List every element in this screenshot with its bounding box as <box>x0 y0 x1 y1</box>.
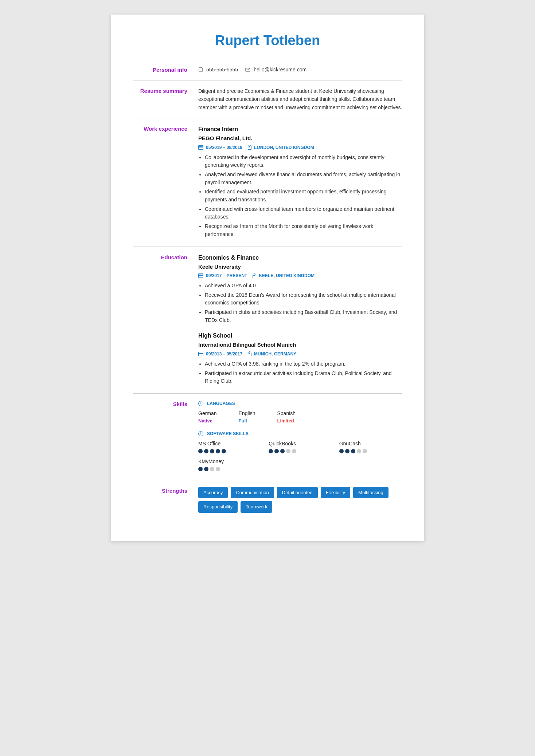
location-icon <box>248 351 251 356</box>
language-item-0: German Native <box>198 410 217 425</box>
phone-icon <box>198 67 203 72</box>
summary-label: Resume summary <box>133 87 198 111</box>
work-entry-0: Finance Intern PEGO Financial, Ltd. 05/2… <box>198 125 402 238</box>
strength-badge-detail-oriented: Detail oriented <box>277 487 318 499</box>
job-title-0: Finance Intern <box>198 125 402 134</box>
edu-entry-0: Economics & Finance Keele University 09/… <box>198 253 402 324</box>
edu-bullets-0: Achieved a GPA of 4.0 Received the 2018 … <box>198 282 402 324</box>
strength-badge-multitasking: Multitasking <box>353 487 388 499</box>
dot <box>198 467 203 471</box>
resume-container: Rupert Totleben Personal info 555-555-55… <box>111 15 424 541</box>
sw-name-3: KMyMoney <box>198 458 261 465</box>
software-item-2: GnuCash <box>339 440 402 453</box>
location-icon <box>253 273 256 278</box>
personal-info-line: 555-555-5555 hello@kickresume.com <box>198 66 402 74</box>
software-title-text: SOFTWARE SKILLS <box>207 430 249 437</box>
calendar-icon <box>198 145 203 150</box>
sw-dots-2 <box>339 449 402 453</box>
sw-name-1: QuickBooks <box>269 440 332 448</box>
edu-entry-1: High School International Bilingual Scho… <box>198 331 402 385</box>
lang-name-1: English <box>239 410 255 417</box>
job-bullet: Identified and evaluated potential inves… <box>205 188 402 204</box>
strengths-row: Accuracy Communication Detail oriented F… <box>198 487 402 513</box>
language-item-1: English Full <box>239 410 255 425</box>
sw-name-0: MS Office <box>198 440 261 448</box>
skills-content: i LANGUAGES German Native English Full S… <box>198 400 402 473</box>
strength-badge-communication: Communication <box>231 487 274 499</box>
software-title: i SOFTWARE SKILLS <box>198 430 402 437</box>
strength-badge-responsibility: Responsibility <box>198 501 238 513</box>
skills-label: Skills <box>133 400 198 473</box>
lang-name-0: German <box>198 410 217 417</box>
resume-name: Rupert Totleben <box>133 33 402 48</box>
phone-number: 555-555-5555 <box>206 66 238 74</box>
dot <box>357 449 361 453</box>
education-content: Economics & Finance Keele University 09/… <box>198 253 402 387</box>
language-item-2: Spanish Limited <box>277 410 296 425</box>
personal-info-label: Personal info <box>133 66 198 74</box>
dot <box>210 449 214 453</box>
job-bullet: Coordinated with cross-functional team m… <box>205 205 402 221</box>
strength-badge-accuracy: Accuracy <box>198 487 228 499</box>
dot <box>274 449 279 453</box>
job-company-0: PEGO Financial, Ltd. <box>198 134 402 143</box>
edu-bullets-1: Achieved a GPA of 3.98, ranking in the t… <box>198 360 402 385</box>
edu-location-1: MUNICH, GERMANY <box>248 351 296 357</box>
personal-info-section: Personal info 555-555-5555 hello@kickres… <box>133 59 402 80</box>
languages-title-text: LANGUAGES <box>207 400 235 407</box>
dot <box>222 449 226 453</box>
education-label: Education <box>133 253 198 387</box>
edu-institution-1: International Bilingual School Munich <box>198 341 402 349</box>
software-item-3: KMyMoney <box>198 458 261 471</box>
summary-content: Diligent and precise Economics & Finance… <box>198 87 402 111</box>
calendar-icon <box>198 273 203 278</box>
dot <box>204 467 208 471</box>
dot <box>216 449 220 453</box>
work-experience-label: Work experience <box>133 125 198 240</box>
dot <box>363 449 367 453</box>
strength-badge-teamwork: Teamwork <box>241 501 272 513</box>
email-address: hello@kickresume.com <box>254 66 306 74</box>
strengths-section: Strengths Accuracy Communication Detail … <box>133 480 402 519</box>
job-bullet: Analyzed and reviewed diverse financial … <box>205 171 402 186</box>
email-item: hello@kickresume.com <box>245 66 306 74</box>
sw-name-2: GnuCash <box>339 440 402 448</box>
edu-bullet: Participated in extracurricular activiti… <box>205 370 402 385</box>
software-grid: MS Office QuickBooks <box>198 440 402 471</box>
sw-dots-3 <box>198 467 261 471</box>
dot <box>280 449 285 453</box>
edu-location-0: KEELE, UNITED KINGDOM <box>253 272 315 279</box>
edu-degree-0: Economics & Finance <box>198 253 402 262</box>
languages-title: i LANGUAGES <box>198 400 402 407</box>
work-experience-content: Finance Intern PEGO Financial, Ltd. 05/2… <box>198 125 402 240</box>
dot <box>345 449 349 453</box>
edu-degree-1: High School <box>198 331 402 340</box>
edu-date-0: 09/2017 – present <box>198 272 247 279</box>
job-location-0: LONDON, UNITED KINGDOM <box>248 144 314 151</box>
sw-dots-0 <box>198 449 261 453</box>
phone-item: 555-555-5555 <box>198 66 238 74</box>
dot <box>339 449 344 453</box>
location-icon <box>248 145 251 150</box>
dot <box>292 449 296 453</box>
summary-text: Diligent and precise Economics & Finance… <box>198 87 402 111</box>
dot <box>216 467 220 471</box>
job-bullet: Collaborated in the development and over… <box>205 154 402 169</box>
software-item-1: QuickBooks <box>269 440 332 453</box>
strengths-label: Strengths <box>133 487 198 513</box>
edu-date-1: 09/2013 – 05/2017 <box>198 351 242 357</box>
lang-level-1: Full <box>239 417 255 425</box>
lang-level-2: Limited <box>277 417 296 425</box>
software-info-icon: i <box>198 431 203 436</box>
edu-institution-0: Keele University <box>198 263 402 271</box>
summary-section: Resume summary Diligent and precise Econ… <box>133 80 402 118</box>
personal-info-content: 555-555-5555 hello@kickresume.com <box>198 66 402 74</box>
education-section: Education Economics & Finance Keele Univ… <box>133 247 402 394</box>
job-meta-0: 05/2019 – 08/2019 LONDON, UNITED KINGDOM <box>198 144 402 151</box>
edu-meta-1: 09/2013 – 05/2017 MUNICH, GERMANY <box>198 351 402 357</box>
dot <box>269 449 273 453</box>
mail-icon <box>245 68 250 72</box>
edu-bullet: Achieved a GPA of 3.98, ranking in the t… <box>205 360 402 368</box>
skills-section: Skills i LANGUAGES German Native English… <box>133 394 402 480</box>
edu-bullet: Participated in clubs and societies incl… <box>205 308 402 324</box>
